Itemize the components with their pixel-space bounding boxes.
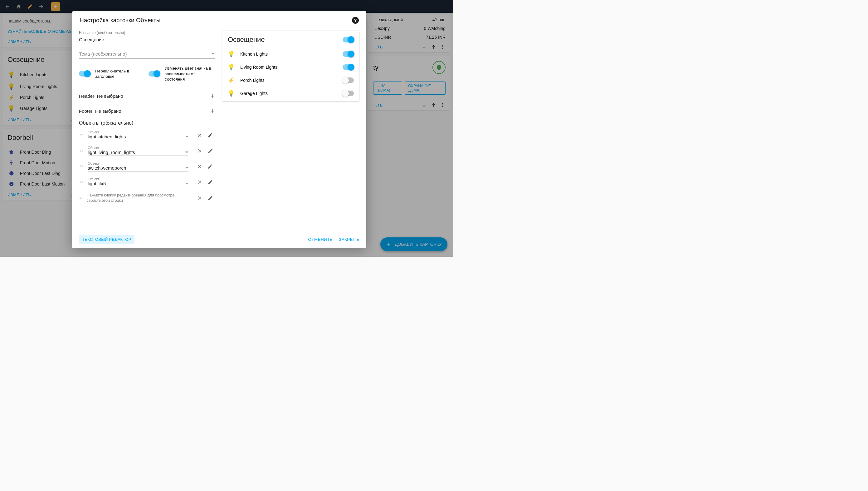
close-button[interactable]: ЗАКРЫТЬ: [339, 237, 360, 242]
help-icon[interactable]: ?: [352, 17, 359, 24]
preview-entity-name: Living Room Lights: [240, 65, 277, 70]
preview-entity-row[interactable]: 💡 Living Room Lights: [222, 61, 360, 74]
preview-entity-row[interactable]: ⚡ Porch Lights: [222, 74, 360, 87]
entity-field-label: Объект: [88, 177, 188, 181]
card-config-dialog: Настройка карточки Объекты ? Название (н…: [72, 11, 366, 248]
drag-handle-icon[interactable]: [79, 164, 85, 169]
entity-select[interactable]: light.kitchen_lights: [88, 134, 188, 140]
preview-entity-switch[interactable]: [343, 78, 354, 83]
entities-heading: Объекты (обязательно): [79, 120, 215, 126]
drag-handle-icon[interactable]: [79, 196, 84, 200]
preview-entity-switch[interactable]: [343, 64, 354, 70]
header-toggle-label: Переключатель в заголовке: [95, 68, 144, 79]
remove-entity-button[interactable]: [195, 162, 204, 171]
preview-entity-name: Porch Lights: [240, 78, 265, 83]
preview-entity-row[interactable]: 💡 Garage Lights: [222, 87, 360, 100]
state-color-switch[interactable]: [149, 71, 160, 77]
state-color-label: Изменять цвет значка в зависимости от со…: [165, 66, 215, 82]
preview-card: Освещение 💡 Kitchen Lights 💡 Living Room…: [222, 31, 360, 101]
add-header-button[interactable]: +: [211, 92, 215, 100]
preview-title: Освещение: [228, 36, 265, 44]
header-toggle-switch[interactable]: [79, 71, 90, 77]
preview-entity-name: Kitchen Lights: [240, 52, 268, 57]
edit-entity-button[interactable]: [206, 194, 215, 202]
footer-none-label: Footer: Не выбрано: [79, 108, 121, 114]
edit-entity-button[interactable]: [206, 131, 215, 140]
add-footer-button[interactable]: +: [211, 107, 215, 115]
remove-entity-button[interactable]: [195, 178, 204, 186]
remove-entity-button[interactable]: [195, 131, 204, 140]
preview-entity-row[interactable]: 💡 Kitchen Lights: [222, 48, 360, 61]
preview-entity-name: Garage Lights: [240, 91, 268, 96]
name-field-label: Название (необязательно): [79, 31, 215, 35]
chevron-down-icon: [185, 136, 188, 138]
drag-handle-icon[interactable]: [79, 149, 85, 153]
remove-entity-button[interactable]: [195, 194, 204, 202]
entity-select[interactable]: switch.wemoporch: [88, 165, 188, 171]
lightbulb-icon: 💡: [228, 51, 235, 57]
chevron-down-icon: [185, 183, 188, 184]
edit-entity-button[interactable]: [206, 162, 215, 171]
entity-config-row: Объект light.living_room_lights: [79, 146, 215, 156]
chevron-down-icon: [185, 151, 188, 153]
entity-field-label: Объект: [88, 146, 188, 150]
header-none-label: Header: Не выбрано: [79, 93, 123, 99]
entity-select[interactable]: light.lifx5: [88, 181, 188, 187]
drag-handle-icon[interactable]: [79, 133, 85, 138]
entity-select[interactable]: light.living_room_lights: [88, 150, 188, 156]
theme-select[interactable]: Тема (необязательно): [79, 51, 215, 59]
text-editor-button[interactable]: ТЕКСТОВЫЙ РЕДАКТОР: [79, 235, 134, 243]
preview-entity-switch[interactable]: [343, 91, 354, 96]
lightbulb-icon: 💡: [228, 90, 235, 97]
edit-entity-button[interactable]: [206, 178, 215, 186]
drag-handle-icon[interactable]: [79, 180, 85, 184]
edit-entity-button[interactable]: [206, 146, 215, 155]
chevron-down-icon: [185, 167, 188, 169]
chevron-down-icon: [212, 53, 215, 55]
cancel-button[interactable]: ОТМЕНИТЬ: [308, 237, 333, 242]
preview-entity-switch[interactable]: [343, 51, 354, 57]
entity-field-label: Объект: [88, 162, 188, 165]
name-input[interactable]: [79, 36, 215, 45]
preview-master-switch[interactable]: [343, 37, 354, 42]
dialog-title: Настройка карточки Объекты: [80, 17, 160, 24]
entity-config-row: Объект light.kitchen_lights: [79, 130, 215, 140]
entity-config-row: Объект switch.wemoporch: [79, 162, 215, 171]
flash-icon: ⚡: [228, 77, 235, 84]
entity-row-note: Нажмите кнопку редактирования для просмо…: [87, 193, 188, 204]
entity-field-label: Объект: [88, 130, 188, 134]
lightbulb-icon: 💡: [228, 64, 235, 70]
remove-entity-button[interactable]: [195, 146, 204, 155]
entity-config-row: Объект light.lifx5: [79, 177, 215, 187]
